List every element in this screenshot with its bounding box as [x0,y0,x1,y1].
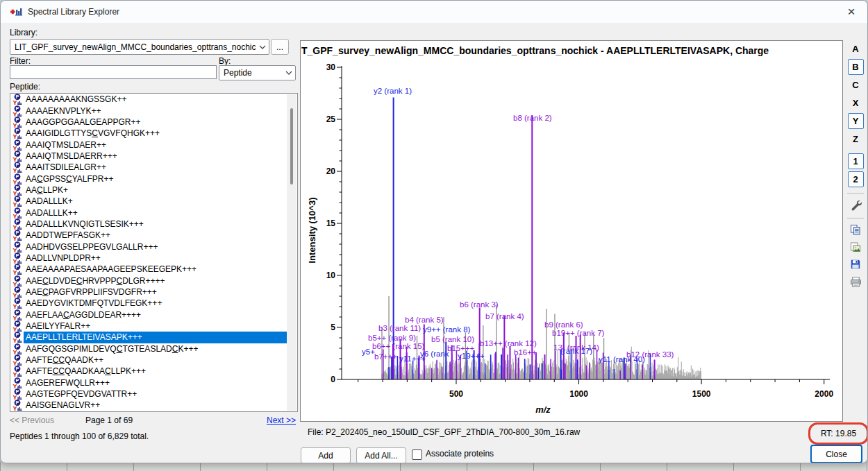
peptide-sequence: AADDTWEPFASGK++ [24,230,287,241]
list-item[interactable]: PYAAISGENAGLVR++ [10,400,297,411]
peptide-rows: PYAAAAAAAAAKNGSSGK++PYAAAAEKNVPLYK++PYAA… [10,94,297,411]
svg-text:Y: Y [12,110,17,116]
list-item[interactable]: PYAADHDVGSELPPEGVLGALLR+++ [10,241,297,252]
ion-type-button-a[interactable]: A [848,41,864,57]
add-all-button[interactable]: Add All... [356,447,406,463]
list-item[interactable]: PYAAECPAGFVRPPLIIFSVDGFR+++ [10,286,297,298]
list-item[interactable]: PYAAGTEGPFQEVDGVATTR++ [10,388,297,400]
print-icon[interactable] [847,274,864,289]
peptide-sequence: AAAIQTMSLDAERR+++ [24,151,287,162]
peptide-list[interactable]: PYAAAAAAAAAKNGSSGK++PYAAAAEKNVPLYK++PYAA… [10,93,298,412]
svg-text:Y: Y [12,360,17,366]
list-item[interactable]: PYAAEFLAACAGGDLDEAR++++ [10,309,297,320]
list-item[interactable]: PYAAAGGPGGAALGEAPPGR++ [10,117,297,128]
list-item[interactable]: PYAAAIQTMSLDAERR+++ [10,151,297,162]
list-item[interactable]: PYAADALLLK++ [10,207,297,218]
list-item[interactable]: PYAAEILYYFALR++ [10,320,297,332]
charge-button-1[interactable]: 1 [848,153,864,169]
peptide-spectrum-icon: PY [12,219,24,230]
list-item[interactable]: PYAADLLVNPLDPR++ [10,252,297,264]
list-item[interactable]: PYAADALLLK+ [10,196,297,207]
list-scrollbar[interactable] [287,94,297,411]
list-item[interactable]: PYAAECLDVDECHRVPPPCDLGR++++ [10,275,297,286]
ion-type-button-x[interactable]: X [848,95,864,111]
rt-value-highlight: RT: 19.85 [808,422,868,445]
list-item[interactable]: PYAAEDYGVIKTDMFQTVDLFEGK+++ [10,298,297,309]
scrollbar-thumb[interactable] [290,108,293,185]
associate-proteins-checkbox[interactable] [412,449,422,460]
copy-image-icon[interactable] [847,239,864,255]
peptide-sequence: AACLLPK+ [24,185,287,196]
svg-text:Y: Y [12,314,17,320]
peptide-spectrum-icon: PY [12,343,24,354]
list-item[interactable]: PYAADALLLKVNQIGTLSESIK+++ [10,219,297,230]
next-page-link[interactable]: Next >> [267,416,296,425]
spectral-library-explorer-dialog: Spectral Library Explorer × Library: LIT… [0,0,868,463]
peak-annotation: b6 (rank 3) [460,300,499,309]
svg-text:Y: Y [12,292,17,298]
page-indicator: Page 1 of 69 [85,416,133,425]
list-item[interactable]: PYAAAIQTMSLDAER++ [10,139,297,150]
filter-label: Filter: [10,56,31,66]
peptide-spectrum-icon: PY [12,207,24,219]
rt-value: RT: 19.85 [821,429,856,438]
peptide-sequence: AACGPSSCYALFPR++ [24,173,287,184]
peak-annotation: b12 (rank 33) [626,350,674,359]
peptide-sequence: AAEILYYFALR++ [24,320,287,332]
list-item[interactable]: PYAACGPSSCYALFPR++ [10,173,297,184]
svg-text:m/z: m/z [535,404,551,415]
add-button[interactable]: Add [301,447,351,463]
peptide-sequence: AAEPLLTLERLTEIVASAPK+++ [24,332,287,343]
peptide-spectrum-icon: PY [12,105,24,117]
spectrum-plot[interactable]: 051015202530500100015002000m/zIntensity … [301,59,841,420]
copy-icon[interactable] [847,222,864,237]
list-item[interactable]: PYAAAAAAAAAKNGSSGK++ [10,94,297,105]
list-item[interactable]: PYAAAAEKNVPLYK++ [10,105,297,116]
peak-annotation: y2 (rank 1) [374,87,412,95]
peptide-spectrum-icon: PY [12,332,24,343]
peptide-spectrum-icon: PY [12,366,24,377]
list-item[interactable]: PYAAFTECCQAADK++ [10,354,297,366]
list-item[interactable]: PYAAEAAAAPAESAAPAAGEEPSKEEGEPK+++ [10,264,297,275]
ion-type-button-c[interactable]: C [848,77,864,93]
list-item[interactable]: PYAAFTECCQAADKAACLLPK+++ [10,366,297,377]
svg-text:500: 500 [449,389,463,399]
save-icon[interactable] [847,257,864,272]
peptide-spectrum-icon: PY [12,286,24,298]
filter-by-combobox[interactable]: Peptide [219,65,296,80]
list-item[interactable]: PYAAAIGIDLGTTYSCVGVFQHGK+++ [10,128,297,139]
spectrum-chart-panel[interactable]: T_GPF_survey_newAlign_MMCC_boundaries_op… [300,40,843,422]
previous-page-link[interactable]: << Previous [10,416,54,425]
svg-text:0: 0 [331,375,335,384]
peptide-sequence: AAISGENAGLVR++ [24,400,287,411]
properties-wrench-icon[interactable] [847,197,864,212]
library-combobox[interactable]: LIT_GPF_survey_newAlign_MMCC_boundaries_… [10,39,269,55]
close-button[interactable]: Close [810,445,862,463]
list-item[interactable]: PYAAGEREFWQLLR+++ [10,377,297,388]
title-bar[interactable]: Spectral Library Explorer × [1,1,867,23]
peptide-sequence: AAECLDVDECHRVPPPCDLGR++++ [24,275,287,286]
svg-text:Y: Y [12,337,17,343]
peptide-spectrum-icon: PY [12,377,24,388]
peptide-sequence: AADHDVGSELPPEGVLGALLR+++ [24,241,287,252]
peak-annotation: (rank 17) [560,347,592,355]
list-item[interactable]: PYAADDTWEPFASGK++ [10,230,297,241]
list-item[interactable]: PYAAFGQGSGPIMLDEVQCTGTEASLADCK+++ [10,343,297,354]
svg-text:Y: Y [12,303,17,309]
library-browse-button[interactable]: ... [271,39,289,55]
ion-type-button-z[interactable]: Z [848,131,864,147]
filter-input[interactable] [10,65,217,79]
svg-text:Y: Y [12,99,17,105]
ion-type-button-b[interactable]: B [848,59,864,75]
close-icon[interactable]: × [835,1,867,23]
svg-text:Y: Y [12,167,17,173]
charge-button-2[interactable]: 2 [848,171,864,187]
peptide-sequence: AAFTECCQAADK++ [24,354,287,366]
library-label: Library: [10,28,37,37]
peak-annotation: b5++ (rank 9) [368,334,416,342]
list-item[interactable]: PYAAEPLLTLERLTEIVASAPK+++ [10,332,297,343]
list-item[interactable]: PYAACLLPK+ [10,185,297,196]
peak-annotation: y11+++ [399,354,426,363]
ion-type-button-y[interactable]: Y [848,113,864,129]
list-item[interactable]: PYAAAITSDILEALGR++ [10,162,297,173]
